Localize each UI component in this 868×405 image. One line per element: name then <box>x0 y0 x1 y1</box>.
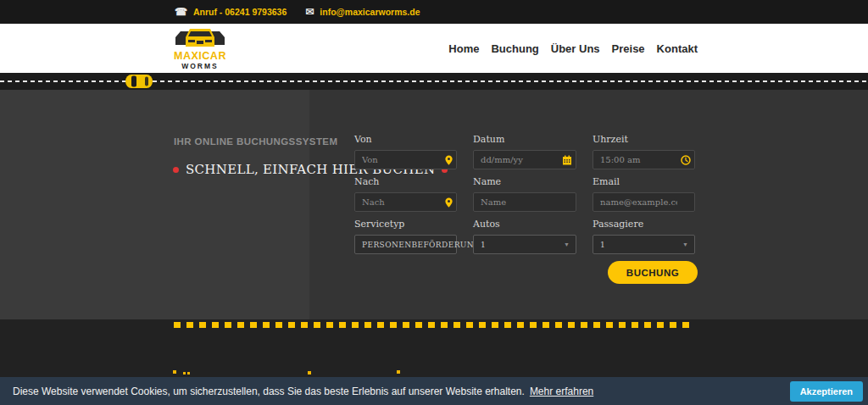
field-autos: Autos 1 ▼ <box>473 219 576 254</box>
passagiere-label: Passagiere <box>593 219 695 230</box>
chevron-down-icon: ▼ <box>564 241 570 247</box>
clock-icon[interactable] <box>681 155 691 165</box>
topbar: ☎ Anruf - 06241 9793636 ✉ info@maxicarwo… <box>0 0 868 24</box>
location-pin-icon <box>445 155 453 165</box>
chevron-down-icon: ▼ <box>682 241 688 247</box>
servicetyp-value: PERSONENBEFÖRDERUNG <box>362 241 481 249</box>
email-input[interactable] <box>593 192 695 212</box>
servicetyp-select[interactable]: PERSONENBEFÖRDERUNG ▼ <box>354 235 457 254</box>
nav-item-kontakt[interactable]: Kontakt <box>657 42 698 55</box>
nach-label: Nach <box>354 176 457 187</box>
phone-contact[interactable]: ☎ Anruf - 06241 9793636 <box>175 7 287 17</box>
uhrzeit-label: Uhrzeit <box>593 134 695 145</box>
email-label: info@maxicarworms.de <box>320 7 420 17</box>
cookie-banner: Diese Website verwendet Cookies, um sich… <box>0 377 868 405</box>
logo-name: MAXICAR <box>173 50 227 62</box>
cutoff-heading-dot <box>183 372 186 374</box>
logo-cars-icon <box>173 27 227 51</box>
main-menu: Home Buchung Über Uns Preise Kontakt <box>448 24 698 73</box>
cutoff-heading-dot <box>173 370 176 374</box>
field-von: Von <box>354 134 457 169</box>
accept-cookies-button[interactable]: Akzeptieren <box>790 381 863 402</box>
taxi-top-icon <box>124 74 154 89</box>
datum-input[interactable] <box>473 150 576 169</box>
passagiere-value: 1 <box>600 241 605 249</box>
autos-select[interactable]: 1 ▼ <box>473 235 576 254</box>
bottom-section <box>0 319 868 377</box>
nav-item-buchung[interactable]: Buchung <box>491 42 538 55</box>
navbar: MAXICAR WORMS Home Buchung Über Uns Prei… <box>0 24 868 73</box>
cutoff-heading-dot <box>397 370 400 374</box>
field-name: Name <box>473 176 576 212</box>
autos-label: Autos <box>473 219 576 230</box>
email-contact[interactable]: ✉ info@maxicarworms.de <box>305 7 420 17</box>
field-servicetyp: Servicetyp PERSONENBEFÖRDERUNG ▼ <box>354 219 457 254</box>
more-info-link[interactable]: Mehr erfahren <box>530 386 593 397</box>
buchung-button[interactable]: BUCHUNG <box>608 261 698 284</box>
field-nach: Nach <box>354 176 457 212</box>
von-label: Von <box>354 134 457 145</box>
name-label: Name <box>473 176 576 187</box>
field-passagiere: Passagiere 1 ▼ <box>593 219 695 254</box>
nav-item-ueber-uns[interactable]: Über Uns <box>551 42 600 55</box>
red-dot-icon <box>173 167 179 173</box>
nav-item-home[interactable]: Home <box>448 42 479 55</box>
von-input[interactable] <box>354 150 457 169</box>
location-pin-icon <box>445 197 453 208</box>
cookie-message: Diese Website verwendet Cookies, um sich… <box>13 386 525 397</box>
servicetyp-label: Servicetyp <box>354 219 457 230</box>
booking-kicker: IHR ONLINE BUCHUNGSSYSTEM <box>174 136 337 147</box>
field-email: Email <box>593 176 695 212</box>
email-label: Email <box>593 176 695 187</box>
name-input[interactable] <box>473 192 576 212</box>
envelope-icon: ✉ <box>305 7 314 17</box>
passagiere-select[interactable]: 1 ▼ <box>593 235 695 254</box>
yellow-dashed-divider <box>174 322 693 328</box>
cutoff-heading-dot <box>308 371 311 374</box>
calendar-icon[interactable] <box>562 155 572 165</box>
field-uhrzeit: Uhrzeit <box>593 134 695 169</box>
logo[interactable]: MAXICAR WORMS <box>173 27 227 70</box>
left-shade-panel <box>0 90 309 319</box>
phone-label: Anruf - 06241 9793636 <box>193 7 287 17</box>
nav-item-preise[interactable]: Preise <box>612 42 645 55</box>
nach-input[interactable] <box>354 192 457 212</box>
phone-icon: ☎ <box>175 7 187 17</box>
booking-form: Von Datum Uhrzeit Nach <box>354 134 695 254</box>
field-datum: Datum <box>473 134 576 169</box>
datum-label: Datum <box>473 134 576 145</box>
logo-city: WORMS <box>173 62 227 70</box>
road-divider <box>0 73 868 90</box>
uhrzeit-input[interactable] <box>593 150 695 169</box>
autos-value: 1 <box>481 241 486 249</box>
cutoff-heading-dot <box>187 372 190 374</box>
